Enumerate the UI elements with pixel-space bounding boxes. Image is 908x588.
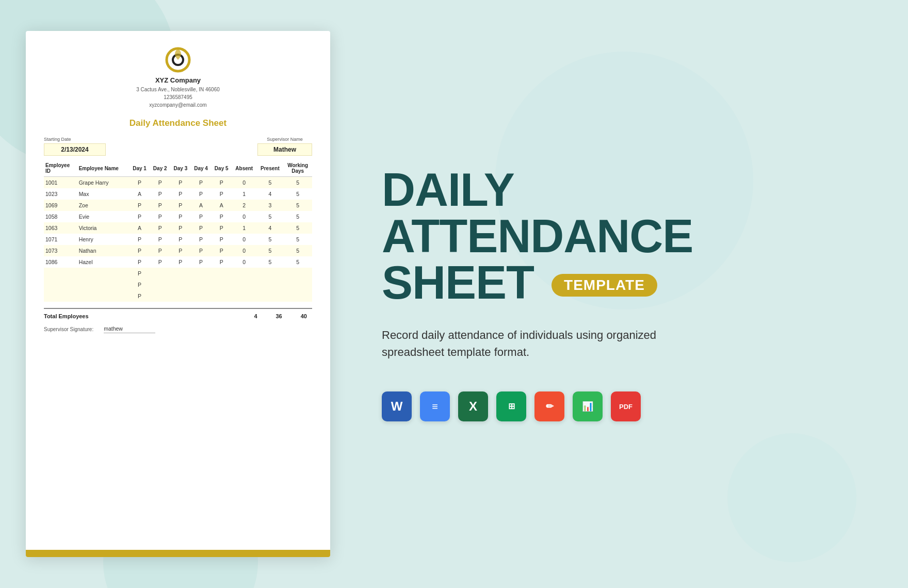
total-working: 40 [301, 313, 307, 319]
table-row: 1071 Henry P P P P P 0 5 5 [44, 234, 312, 245]
col-header-name: Employee Name [77, 160, 129, 177]
app-icon-pages[interactable]: ✏ [534, 391, 564, 421]
starting-date-label: Starting Date [44, 137, 106, 142]
app-icons-row: W ≡ X ⊞ ✏ 📊 PDF [382, 391, 867, 421]
title-line3: SHEET TEMPLATE [382, 259, 867, 306]
col-header-present: Present [256, 160, 283, 177]
table-row: 1073 Nathan P P P P P 0 5 5 [44, 245, 312, 256]
table-row: 1023 Max A P P P P 1 4 5 [44, 188, 312, 200]
gold-bar [26, 550, 330, 557]
supervisor-block: Supervisor Name Mathew [257, 137, 312, 156]
app-icon-excel[interactable]: X [458, 391, 488, 421]
numbers-icon-letter: 📊 [582, 402, 593, 411]
sheet-title: Daily Attendance Sheet [44, 118, 312, 128]
col-header-day2: Day 2 [150, 160, 170, 177]
total-present: 36 [276, 313, 282, 319]
table-extra-row: P [44, 279, 312, 290]
app-icon-pdf[interactable]: PDF [611, 391, 641, 421]
document-panel: XYZ Company 3 Cactus Ave., Noblesville, … [26, 31, 330, 557]
big-title: DAILY ATTENDANCE SHEET TEMPLATE [382, 167, 867, 306]
table-row: 1001 Grape Harry P P P P P 0 5 5 [44, 177, 312, 189]
col-header-day3: Day 3 [170, 160, 191, 177]
supervisor-value: Mathew [257, 143, 312, 156]
total-row: Total Employees 4 36 40 [44, 308, 312, 319]
company-header: XYZ Company 3 Cactus Ave., Noblesville, … [44, 46, 312, 109]
app-icon-gsheets[interactable]: ⊞ [496, 391, 526, 421]
signature-row: Supervisor Signature: mathew [44, 325, 312, 333]
description-text: Record daily attendance of individuals u… [382, 326, 691, 361]
total-absent: 4 [254, 313, 257, 319]
starting-date-block: Starting Date 2/13/2024 [44, 137, 106, 156]
signature-value: mathew [104, 325, 155, 333]
col-header-working: WorkingDays [283, 160, 312, 177]
table-header-row: EmployeeID Employee Name Day 1 Day 2 Day… [44, 160, 312, 177]
starting-date-value: 2/13/2024 [44, 143, 106, 156]
app-icon-numbers[interactable]: 📊 [573, 391, 603, 421]
table-row: 1063 Victoria A P P P P 1 4 5 [44, 222, 312, 234]
col-header-id: EmployeeID [44, 160, 77, 177]
gdocs-icon-letter: ≡ [432, 401, 438, 412]
table-row: 1086 Hazel P P P P P 0 5 5 [44, 256, 312, 268]
col-header-day1: Day 1 [129, 160, 150, 177]
col-header-day5: Day 5 [211, 160, 232, 177]
info-row: Starting Date 2/13/2024 Supervisor Name … [44, 137, 312, 156]
table-extra-row: P [44, 268, 312, 279]
app-icon-word[interactable]: W [382, 391, 412, 421]
company-name: XYZ Company [155, 76, 201, 84]
pages-icon-letter: ✏ [546, 402, 554, 411]
table-row: 1058 Evie P P P P P 0 5 5 [44, 211, 312, 222]
col-header-absent: Absent [232, 160, 256, 177]
title-line2: ATTENDANCE [382, 213, 867, 259]
excel-icon-letter: X [469, 400, 477, 413]
total-values: 4 36 40 [254, 313, 307, 319]
right-panel: DAILY ATTENDANCE SHEET TEMPLATE Record d… [340, 0, 908, 588]
app-icon-gdocs[interactable]: ≡ [420, 391, 450, 421]
title-line1: DAILY [382, 167, 867, 213]
table-extra-row: P [44, 290, 312, 302]
supervisor-label: Supervisor Name [257, 137, 312, 142]
word-icon-letter: W [391, 400, 403, 413]
pdf-icon-letter: PDF [619, 403, 633, 410]
company-phone: 1236587495 [136, 93, 220, 101]
total-label: Total Employees [44, 313, 254, 319]
table-row: 1069 Zoe P P P A A 2 3 5 [44, 200, 312, 211]
company-email: xyzcompany@email.com [136, 101, 220, 109]
company-address: 3 Cactus Ave., Noblesville, IN 46060 [136, 86, 220, 93]
col-header-day4: Day 4 [191, 160, 212, 177]
template-badge: TEMPLATE [552, 274, 657, 297]
signature-label: Supervisor Signature: [44, 326, 93, 332]
gsheets-icon-letter: ⊞ [508, 402, 515, 411]
company-logo-icon [165, 46, 191, 73]
attendance-table: EmployeeID Employee Name Day 1 Day 2 Day… [44, 160, 312, 302]
